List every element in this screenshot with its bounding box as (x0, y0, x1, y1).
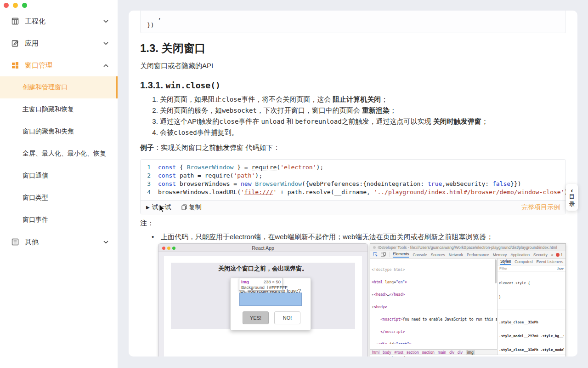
more-tabs-icon[interactable]: » (551, 253, 554, 257)
subsection-code: win.close() (166, 80, 220, 90)
sidebar-subitem-label: 窗口事件 (23, 216, 48, 224)
text-token: new (241, 180, 251, 187)
subsection-heading: 1.3.1. win.close() (140, 79, 566, 92)
copy-button[interactable]: 复制 (189, 203, 202, 212)
mini-minimize-icon (167, 247, 170, 250)
code-tail-text: , }) (141, 11, 565, 29)
breadcrumb-item[interactable]: main (438, 350, 446, 355)
filter-input[interactable]: Filter (499, 266, 508, 270)
text-token: file:/// (244, 189, 273, 196)
text-token: }}) (510, 180, 521, 187)
device-toolbar-icon[interactable] (381, 252, 386, 257)
tooltip-tag: img (241, 279, 249, 284)
content-panel: , }) 1.3. 关闭窗口 关闭窗口或者隐藏的API 1.3.1. win.c… (129, 11, 577, 356)
full-project-example-link[interactable]: 完整项目示例 (521, 203, 560, 212)
dom-node: <!doctype html> (372, 268, 497, 272)
window-controls (4, 3, 27, 8)
text-token: '../playground/index.html#/browser/demo/… (374, 189, 565, 196)
text-token: 阻止计算机关闭 (333, 95, 381, 103)
drawer-tab-whats-new[interactable]: What's New (401, 356, 421, 356)
kebab-menu-icon[interactable]: ⋮ (373, 356, 377, 356)
sidebar-item-window-management[interactable]: 窗口管理 (0, 54, 118, 76)
react-gray-section: 关闭这个窗口之前，会出现弹窗。 Do you really want to le… (171, 263, 355, 329)
breadcrumb-item[interactable]: body (383, 350, 391, 355)
devtools-tab-security[interactable]: Security (533, 253, 548, 257)
error-badge[interactable]: 1 (556, 253, 563, 257)
text-token: 事件在 (238, 117, 261, 125)
text-token: ▾ (372, 342, 378, 344)
dom-node: ▾<body> (372, 305, 497, 309)
sidebar-item-main-window-hide-restore[interactable]: 主窗口隐藏和恢复 (0, 98, 118, 121)
tab-event-listeners[interactable]: Event Listeners (536, 259, 563, 264)
copy-icon (181, 204, 187, 210)
react-window-title: React App (252, 245, 274, 251)
breadcrumb-item[interactable]: div (458, 350, 463, 355)
no-button[interactable]: NO! (274, 311, 300, 324)
sidebar-item-create-manage-window[interactable]: 创建和管理窗口 (0, 76, 118, 98)
bullet-icon: • (152, 232, 161, 242)
breadcrumb-item[interactable]: section (407, 350, 419, 355)
css-rule-line: .style_close__3IePh (499, 320, 564, 325)
try-it-button[interactable]: 试一试 (152, 203, 171, 212)
sidebar-item-window-communication[interactable]: 窗口通信 (0, 165, 118, 187)
text-token: ); (255, 172, 262, 179)
scrollbar[interactable] (495, 259, 497, 283)
dom-tree[interactable]: <!doctype html> <html lang="en"> ▸<head>… (370, 259, 497, 344)
dom-node: ▸<head>…</head> (372, 293, 497, 297)
sidebar-item-engineering[interactable]: 工程化 (0, 10, 118, 32)
text-token: const (158, 172, 176, 179)
text-token: ：实现关闭窗口之前触发弹窗 代码如下： (154, 144, 280, 151)
text-token: 关闭页面的服务，如 (160, 106, 222, 114)
error-count: 1 (560, 253, 563, 257)
code-text: const path = require('path'); (158, 172, 262, 180)
sidebar-item-window-events[interactable]: 窗口事件 (0, 209, 118, 231)
css-rule-line: .style_model__2Y7n0 .style_bg__sS8y0, (499, 334, 564, 339)
devtools-tab-elements[interactable]: Elements (393, 252, 409, 258)
tab-styles[interactable]: Styles (500, 259, 511, 265)
sidebar-subitem-label: 窗口的聚焦和失焦 (23, 127, 74, 136)
css-rule-line: } (499, 295, 564, 299)
text-token: 例子 (140, 144, 154, 151)
text-token: browserWindows.loadURL( (158, 189, 241, 196)
hover-state-toggle[interactable]: :hov (557, 266, 564, 270)
text-token: <body> (374, 305, 387, 309)
line-number: 1 (141, 163, 158, 172)
minimize-window-button[interactable] (13, 3, 18, 8)
css-rules[interactable]: element.style { } .style_close__3IePh .s… (498, 271, 565, 355)
dom-breadcrumb: html body #root section section main div… (370, 349, 497, 355)
tab-computed[interactable]: Computed (514, 259, 532, 264)
devtools-tab-performance[interactable]: Performance (467, 253, 489, 257)
rule-divider (498, 310, 565, 310)
devtools-tab-network[interactable]: Network (449, 253, 463, 257)
text-token: } = (233, 164, 251, 171)
text-token: browserWindows = (176, 180, 241, 187)
sidebar-item-window-types[interactable]: 窗口类型 (0, 187, 118, 209)
sidebar-item-other[interactable]: 其他 (0, 231, 118, 253)
text-token: ,webSecurity: (442, 180, 492, 187)
sidebar-item-application[interactable]: 应用 (0, 32, 118, 54)
drawer-tab-console[interactable]: Console (381, 356, 395, 356)
devtools-tab-application[interactable]: Application (510, 253, 530, 257)
close-window-button[interactable] (4, 3, 9, 8)
inspect-element-icon[interactable] (373, 252, 378, 257)
color-swatch-icon (267, 286, 268, 289)
text-token: .style_close__3IePh .style_model__2Y7n0 (499, 348, 564, 352)
close-icon[interactable]: × (429, 356, 431, 356)
breadcrumb-item[interactable]: #root (395, 350, 403, 355)
devtools-tab-memory[interactable]: Memory (493, 253, 507, 257)
devtools-window-controls (373, 246, 385, 249)
text-token: <head> (374, 293, 387, 297)
devtools-tab-sources[interactable]: Sources (431, 253, 445, 257)
previous-code-block: , }) (140, 11, 566, 33)
maximize-window-button[interactable] (22, 3, 27, 8)
breadcrumb-item-selected[interactable]: img (466, 350, 475, 355)
devtools-tab-console[interactable]: Console (413, 253, 427, 257)
toc-toggle-button[interactable]: ‹ 目 录 (566, 184, 578, 211)
yes-button[interactable]: YES! (243, 311, 269, 324)
text-token: "en" (396, 280, 405, 284)
breadcrumb-item[interactable]: section (422, 350, 435, 355)
sidebar-item-window-focus-blur[interactable]: 窗口的聚焦和失焦 (0, 121, 118, 143)
sidebar-item-fullscreen-max-min-restore[interactable]: 全屏、最大化、最小化、恢复 (0, 143, 118, 165)
breadcrumb-item[interactable]: html (372, 350, 379, 355)
breadcrumb-item[interactable]: div (449, 350, 454, 355)
